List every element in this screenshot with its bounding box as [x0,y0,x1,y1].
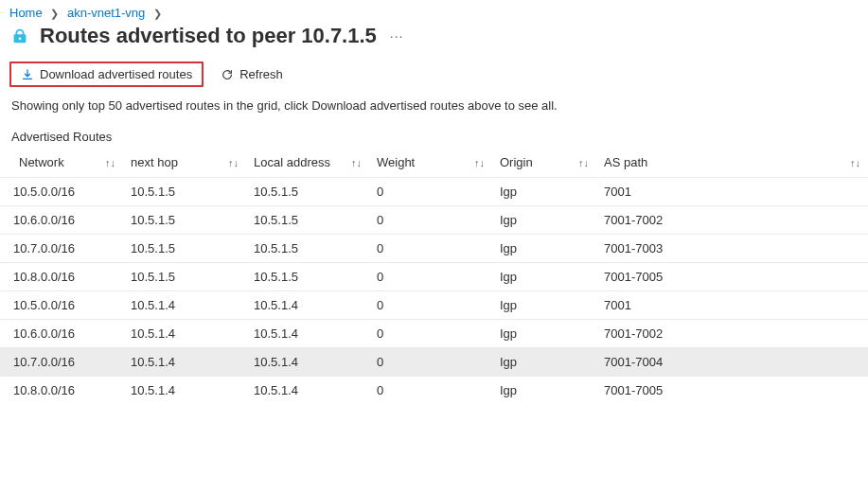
cell-local-address: 10.5.1.4 [246,291,369,320]
table-row[interactable]: 10.7.0.0/1610.5.1.510.5.1.50Igp7001-7003 [0,235,868,263]
lock-icon [9,26,30,46]
col-header-weight[interactable]: Weight ↑↓ [369,150,492,178]
col-header-network[interactable]: Network ↑↓ [0,150,123,178]
more-icon[interactable]: ··· [390,28,404,44]
section-title: Advertised Routes [0,126,868,150]
col-label: Weight [377,155,415,169]
col-label: Origin [500,155,533,169]
cell-weight: 0 [369,348,492,377]
chevron-right-icon: ❯ [153,8,162,19]
cell-network: 10.5.0.0/16 [0,178,123,206]
cell-network: 10.6.0.0/16 [0,320,123,348]
cell-origin: Igp [492,377,596,405]
cell-next-hop: 10.5.1.4 [123,348,246,377]
info-text: Showing only top 50 advertised routes in… [0,95,868,126]
table-row[interactable]: 10.6.0.0/1610.5.1.410.5.1.40Igp7001-7002 [0,320,868,348]
toolbar: Download advertised routes Refresh [0,58,868,95]
svg-point-2 [19,37,22,40]
cell-local-address: 10.5.1.5 [246,263,369,291]
col-label: next hop [131,155,178,169]
table-row[interactable]: 10.6.0.0/1610.5.1.510.5.1.50Igp7001-7002 [0,206,868,235]
cell-as-path: 7001-7005 [596,377,868,405]
sort-icon[interactable]: ↑↓ [351,157,362,168]
sort-icon[interactable]: ↑↓ [474,157,485,168]
routes-table: Network ↑↓ next hop ↑↓ Local address ↑↓ … [0,150,868,404]
col-header-local[interactable]: Local address ↑↓ [246,150,369,178]
cell-local-address: 10.5.1.4 [246,348,369,377]
table-row[interactable]: 10.8.0.0/1610.5.1.410.5.1.40Igp7001-7005 [0,377,868,405]
refresh-label: Refresh [239,67,283,81]
cell-local-address: 10.5.1.5 [246,235,369,263]
refresh-icon [221,68,234,81]
cell-as-path: 7001-7004 [596,348,868,377]
cell-origin: Igp [492,348,596,377]
table-row[interactable]: 10.8.0.0/1610.5.1.510.5.1.50Igp7001-7005 [0,263,868,291]
cell-origin: Igp [492,206,596,235]
cell-as-path: 7001 [596,291,868,320]
cell-origin: Igp [492,263,596,291]
cell-weight: 0 [369,377,492,405]
cell-weight: 0 [369,291,492,320]
page-header: Routes advertised to peer 10.7.1.5 ··· [0,22,868,58]
cell-as-path: 7001-7002 [596,206,868,235]
cell-network: 10.8.0.0/16 [0,377,123,405]
cell-weight: 0 [369,178,492,206]
cell-network: 10.8.0.0/16 [0,263,123,291]
cell-weight: 0 [369,320,492,348]
cell-as-path: 7001 [596,178,868,206]
table-row[interactable]: 10.5.0.0/1610.5.1.510.5.1.50Igp7001 [0,178,868,206]
cell-origin: Igp [492,320,596,348]
cell-as-path: 7001-7005 [596,263,868,291]
cell-local-address: 10.5.1.4 [246,377,369,405]
col-label: Network [19,155,64,169]
cell-next-hop: 10.5.1.5 [123,263,246,291]
cell-origin: Igp [492,178,596,206]
download-advertised-routes-button[interactable]: Download advertised routes [9,62,204,87]
cell-weight: 0 [369,206,492,235]
col-header-aspath[interactable]: AS path ↑↓ [596,150,868,178]
cell-local-address: 10.5.1.4 [246,320,369,348]
sort-icon[interactable]: ↑↓ [850,157,860,168]
col-header-nexthop[interactable]: next hop ↑↓ [123,150,246,178]
cell-next-hop: 10.5.1.5 [123,206,246,235]
cell-origin: Igp [492,235,596,263]
cell-next-hop: 10.5.1.5 [123,235,246,263]
breadcrumb: Home ❯ akn-vnet1-vng ❯ [0,0,868,22]
table-row[interactable]: 10.5.0.0/1610.5.1.410.5.1.40Igp7001 [0,291,868,320]
col-header-origin[interactable]: Origin ↑↓ [492,150,596,178]
table-header-row: Network ↑↓ next hop ↑↓ Local address ↑↓ … [0,150,868,178]
cell-next-hop: 10.5.1.4 [123,291,246,320]
cell-as-path: 7001-7003 [596,235,868,263]
chevron-right-icon: ❯ [50,8,59,19]
cell-network: 10.6.0.0/16 [0,206,123,235]
page-title: Routes advertised to peer 10.7.1.5 [40,24,377,48]
cell-as-path: 7001-7002 [596,320,868,348]
cell-origin: Igp [492,291,596,320]
col-label: Local address [254,155,330,169]
download-icon [21,68,34,81]
sort-icon[interactable]: ↑↓ [578,157,589,168]
cell-network: 10.7.0.0/16 [0,348,123,377]
col-label: AS path [604,155,647,169]
sort-icon[interactable]: ↑↓ [105,157,115,168]
cell-local-address: 10.5.1.5 [246,206,369,235]
sort-icon[interactable]: ↑↓ [228,157,239,168]
cell-network: 10.7.0.0/16 [0,235,123,263]
cell-weight: 0 [369,235,492,263]
download-label: Download advertised routes [40,67,192,81]
refresh-button[interactable]: Refresh [211,63,292,85]
breadcrumb-item-1[interactable]: akn-vnet1-vng [67,6,145,20]
table-row[interactable]: 10.7.0.0/1610.5.1.410.5.1.40Igp7001-7004 [0,348,868,377]
cell-network: 10.5.0.0/16 [0,291,123,320]
cell-next-hop: 10.5.1.5 [123,178,246,206]
breadcrumb-home[interactable]: Home [9,6,43,20]
cell-weight: 0 [369,263,492,291]
cell-local-address: 10.5.1.5 [246,178,369,206]
cell-next-hop: 10.5.1.4 [123,377,246,405]
cell-next-hop: 10.5.1.4 [123,320,246,348]
